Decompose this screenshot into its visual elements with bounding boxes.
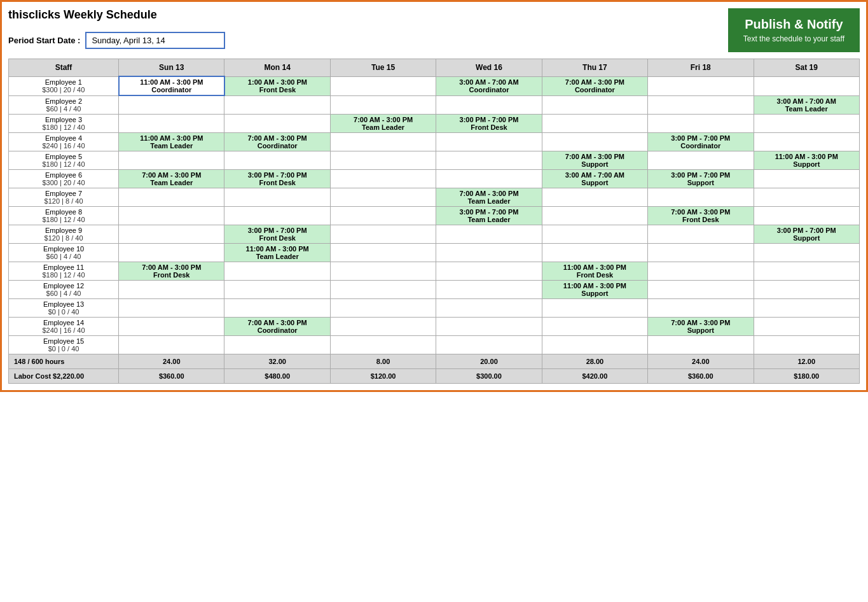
shift-cell-emp10-sun[interactable] — [119, 243, 224, 262]
shift-cell-emp5-sat[interactable]: 11:00 AM - 3:00 PMSupport — [754, 151, 860, 169]
shift-cell-emp3-fri[interactable] — [648, 114, 754, 132]
shift-cell-emp9-fri[interactable] — [648, 225, 754, 243]
shift-cell-emp13-sun[interactable] — [119, 298, 224, 317]
shift-cell-emp14-thu[interactable] — [542, 317, 647, 335]
shift-cell-emp7-thu[interactable] — [542, 188, 647, 206]
shift-cell-emp11-thu[interactable]: 11:00 AM - 3:00 PMFront Desk — [542, 262, 647, 280]
shift-cell-emp1-sun[interactable]: 11:00 AM - 3:00 PMCoordinator — [119, 76, 224, 95]
shift-cell-emp6-thu[interactable]: 3:00 AM - 7:00 AMSupport — [542, 169, 647, 188]
shift-cell-emp3-mon[interactable] — [224, 114, 330, 132]
shift-cell-emp13-sat[interactable] — [754, 298, 860, 317]
shift-cell-emp8-fri[interactable]: 7:00 AM - 3:00 PMFront Desk — [648, 206, 754, 225]
shift-cell-emp6-wed[interactable] — [436, 169, 542, 188]
shift-cell-emp14-mon[interactable]: 7:00 AM - 3:00 PMCoordinator — [224, 317, 330, 335]
shift-cell-emp9-wed[interactable] — [436, 225, 542, 243]
shift-cell-emp12-fri[interactable] — [648, 280, 754, 298]
shift-cell-emp10-tue[interactable] — [330, 243, 436, 262]
shift-cell-emp5-wed[interactable] — [436, 151, 542, 169]
shift-cell-emp6-sun[interactable]: 7:00 AM - 3:00 PMTeam Leader — [119, 169, 224, 188]
shift-cell-emp11-wed[interactable] — [436, 262, 542, 280]
shift-cell-emp4-tue[interactable] — [330, 132, 436, 151]
shift-cell-emp8-wed[interactable]: 3:00 PM - 7:00 PMTeam Leader — [436, 206, 542, 225]
shift-cell-emp4-mon[interactable]: 7:00 AM - 3:00 PMCoordinator — [224, 132, 330, 151]
shift-cell-emp2-thu[interactable] — [542, 95, 647, 114]
shift-cell-emp12-mon[interactable] — [224, 280, 330, 298]
shift-cell-emp9-tue[interactable] — [330, 225, 436, 243]
shift-cell-emp7-fri[interactable] — [648, 188, 754, 206]
shift-cell-emp8-thu[interactable] — [542, 206, 647, 225]
publish-notify-button[interactable]: Publish & Notify Text the schedule to yo… — [728, 8, 860, 52]
shift-cell-emp1-mon[interactable]: 1:00 AM - 3:00 PMFront Desk — [224, 76, 330, 95]
shift-cell-emp4-fri[interactable]: 3:00 PM - 7:00 PMCoordinator — [648, 132, 754, 151]
shift-cell-emp1-tue[interactable] — [330, 76, 436, 95]
shift-cell-emp2-sat[interactable]: 3:00 AM - 7:00 AMTeam Leader — [754, 95, 860, 114]
shift-cell-emp8-tue[interactable] — [330, 206, 436, 225]
shift-cell-emp7-mon[interactable] — [224, 188, 330, 206]
shift-cell-emp12-sun[interactable] — [119, 280, 224, 298]
shift-cell-emp3-sat[interactable] — [754, 114, 860, 132]
shift-cell-emp2-fri[interactable] — [648, 95, 754, 114]
shift-cell-emp15-thu[interactable] — [542, 335, 647, 354]
shift-cell-emp15-sat[interactable] — [754, 335, 860, 354]
period-start-date-input[interactable] — [85, 32, 225, 49]
shift-cell-emp8-sun[interactable] — [119, 206, 224, 225]
shift-cell-emp14-tue[interactable] — [330, 317, 436, 335]
shift-cell-emp2-wed[interactable] — [436, 95, 542, 114]
shift-cell-emp6-sat[interactable] — [754, 169, 860, 188]
shift-cell-emp15-mon[interactable] — [224, 335, 330, 354]
shift-cell-emp1-thu[interactable]: 7:00 AM - 3:00 PMCoordinator — [542, 76, 647, 95]
shift-cell-emp14-wed[interactable] — [436, 317, 542, 335]
shift-cell-emp15-sun[interactable] — [119, 335, 224, 354]
shift-cell-emp1-wed[interactable]: 3:00 AM - 7:00 AMCoordinator — [436, 76, 542, 95]
shift-cell-emp4-sat[interactable] — [754, 132, 860, 151]
shift-cell-emp9-sun[interactable] — [119, 225, 224, 243]
shift-cell-emp15-wed[interactable] — [436, 335, 542, 354]
shift-cell-emp14-sat[interactable] — [754, 317, 860, 335]
shift-cell-emp4-sun[interactable]: 11:00 AM - 3:00 PMTeam Leader — [119, 132, 224, 151]
shift-cell-emp7-wed[interactable]: 7:00 AM - 3:00 PMTeam Leader — [436, 188, 542, 206]
shift-cell-emp6-mon[interactable]: 3:00 PM - 7:00 PMFront Desk — [224, 169, 330, 188]
shift-cell-emp7-tue[interactable] — [330, 188, 436, 206]
shift-cell-emp7-sat[interactable] — [754, 188, 860, 206]
shift-cell-emp13-thu[interactable] — [542, 298, 647, 317]
shift-cell-emp11-sun[interactable]: 7:00 AM - 3:00 PMFront Desk — [119, 262, 224, 280]
shift-cell-emp10-sat[interactable] — [754, 243, 860, 262]
shift-cell-emp5-mon[interactable] — [224, 151, 330, 169]
shift-cell-emp9-mon[interactable]: 3:00 PM - 7:00 PMFront Desk — [224, 225, 330, 243]
shift-cell-emp5-fri[interactable] — [648, 151, 754, 169]
shift-cell-emp10-mon[interactable]: 11:00 AM - 3:00 PMTeam Leader — [224, 243, 330, 262]
shift-cell-emp12-wed[interactable] — [436, 280, 542, 298]
shift-cell-emp8-sat[interactable] — [754, 206, 860, 225]
shift-cell-emp5-tue[interactable] — [330, 151, 436, 169]
shift-cell-emp3-sun[interactable] — [119, 114, 224, 132]
shift-cell-emp5-thu[interactable]: 7:00 AM - 3:00 PMSupport — [542, 151, 647, 169]
shift-cell-emp13-tue[interactable] — [330, 298, 436, 317]
shift-cell-emp12-sat[interactable] — [754, 280, 860, 298]
shift-cell-emp15-fri[interactable] — [648, 335, 754, 354]
shift-cell-emp11-sat[interactable] — [754, 262, 860, 280]
shift-cell-emp2-sun[interactable] — [119, 95, 224, 114]
shift-cell-emp13-mon[interactable] — [224, 298, 330, 317]
shift-cell-emp10-wed[interactable] — [436, 243, 542, 262]
shift-cell-emp1-fri[interactable] — [648, 76, 754, 95]
shift-cell-emp11-tue[interactable] — [330, 262, 436, 280]
shift-cell-emp2-tue[interactable] — [330, 95, 436, 114]
shift-cell-emp7-sun[interactable] — [119, 188, 224, 206]
shift-cell-emp12-tue[interactable] — [330, 280, 436, 298]
shift-cell-emp4-thu[interactable] — [542, 132, 647, 151]
shift-cell-emp3-wed[interactable]: 3:00 PM - 7:00 PMFront Desk — [436, 114, 542, 132]
shift-cell-emp3-tue[interactable]: 7:00 AM - 3:00 PMTeam Leader — [330, 114, 436, 132]
shift-cell-emp4-wed[interactable] — [436, 132, 542, 151]
shift-cell-emp1-sat[interactable] — [754, 76, 860, 95]
shift-cell-emp13-fri[interactable] — [648, 298, 754, 317]
shift-cell-emp13-wed[interactable] — [436, 298, 542, 317]
shift-cell-emp6-fri[interactable]: 3:00 PM - 7:00 PMSupport — [648, 169, 754, 188]
shift-cell-emp11-fri[interactable] — [648, 262, 754, 280]
shift-cell-emp9-sat[interactable]: 3:00 PM - 7:00 PMSupport — [754, 225, 860, 243]
shift-cell-emp11-mon[interactable] — [224, 262, 330, 280]
shift-cell-emp3-thu[interactable] — [542, 114, 647, 132]
shift-cell-emp15-tue[interactable] — [330, 335, 436, 354]
shift-cell-emp2-mon[interactable] — [224, 95, 330, 114]
shift-cell-emp14-sun[interactable] — [119, 317, 224, 335]
shift-cell-emp12-thu[interactable]: 11:00 AM - 3:00 PMSupport — [542, 280, 647, 298]
